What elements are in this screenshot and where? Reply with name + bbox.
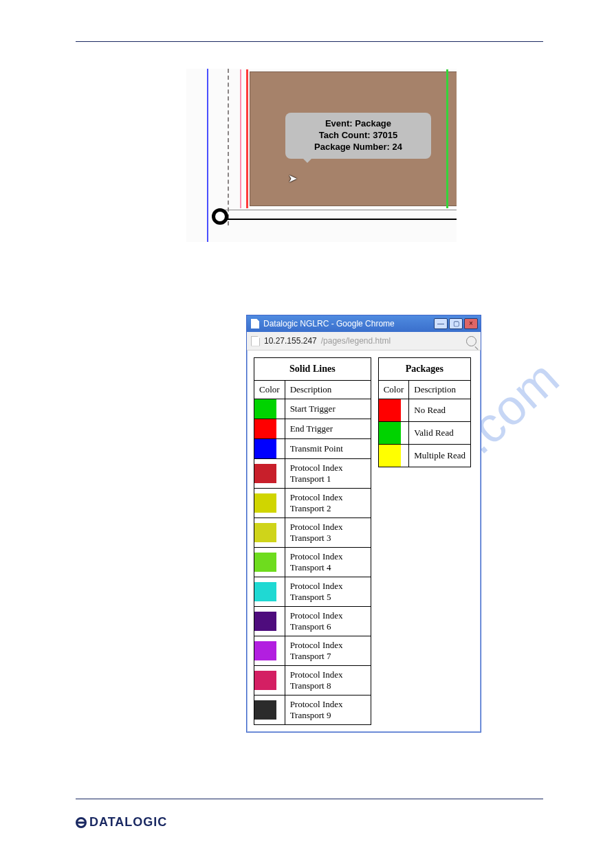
color-swatch-cell (254, 636, 285, 666)
table-row: Protocol Index Transport 5 (254, 577, 371, 607)
table-row: No Read (378, 399, 470, 422)
url-path: /pages/legend.html (321, 336, 391, 346)
color-swatch-cell (254, 695, 285, 725)
color-swatch-cell (254, 459, 285, 489)
color-swatch-cell (254, 666, 285, 695)
package-end-edge (446, 69, 448, 208)
search-icon[interactable] (466, 336, 476, 346)
color-swatch-cell (254, 577, 285, 607)
maximize-button[interactable]: ▢ (449, 318, 463, 329)
table-row: Valid Read (378, 422, 470, 445)
table-row: Protocol Index Transport 2 (254, 489, 371, 518)
description-cell: Protocol Index Transport 8 (285, 666, 371, 695)
legend-content: Solid Lines Color Description Start Trig… (247, 350, 481, 732)
brand-logo-icon (76, 817, 87, 828)
table-row: Protocol Index Transport 8 (254, 666, 371, 695)
minimize-button[interactable]: — (434, 318, 448, 329)
description-cell: End Trigger (285, 419, 371, 439)
description-cell: Protocol Index Transport 4 (285, 548, 371, 577)
description-cell: Start Trigger (285, 399, 371, 419)
description-cell: Protocol Index Transport 3 (285, 518, 371, 548)
description-cell: Protocol Index Transport 1 (285, 459, 371, 489)
tooltip-line-event: Event: Package (292, 118, 424, 130)
color-swatch (254, 641, 276, 660)
color-swatch-cell (254, 439, 285, 459)
color-swatch (254, 612, 276, 631)
table-row: Protocol Index Transport 9 (254, 695, 371, 725)
color-swatch (254, 671, 276, 690)
url-host: 10.27.155.247 (264, 336, 317, 346)
package-tooltip-figure: Event: Package Tach Count: 37015 Package… (186, 69, 457, 242)
close-button[interactable]: × (464, 318, 478, 329)
description-cell: Transmit Point (285, 439, 371, 459)
color-swatch (379, 399, 401, 421)
conveyor-guide-line (219, 210, 457, 210)
description-cell: No Read (409, 399, 471, 422)
description-cell: Protocol Index Transport 6 (285, 607, 371, 636)
package-start-edge (246, 69, 248, 208)
color-swatch-cell (254, 419, 285, 439)
description-cell: Valid Read (409, 422, 471, 445)
table-row: End Trigger (254, 419, 371, 439)
sensor-icon (212, 208, 228, 225)
page-icon (251, 319, 259, 329)
table-title: Solid Lines (254, 358, 371, 381)
package-edge-pink (240, 69, 241, 208)
document-page: Event: Package Tach Count: 37015 Package… (0, 0, 614, 868)
table-title: Packages (378, 358, 470, 381)
table-title-row: Solid Lines (254, 358, 371, 381)
table-header-row: Color Description (254, 381, 371, 399)
description-cell: Protocol Index Transport 5 (285, 577, 371, 607)
color-swatch (254, 493, 276, 513)
tooltip-line-pkgnum: Package Number: 24 (292, 142, 424, 153)
table-row: Protocol Index Transport 3 (254, 518, 371, 548)
color-swatch (254, 700, 276, 720)
brand-logo-text: DATALOGIC (89, 815, 167, 830)
table-row: Multiple Read (378, 445, 470, 467)
packages-table: Packages Color Description No ReadValid … (378, 357, 471, 467)
description-cell: Multiple Read (409, 445, 471, 467)
color-swatch-cell (254, 399, 285, 419)
table-row: Protocol Index Transport 4 (254, 548, 371, 577)
color-swatch-cell (254, 607, 285, 636)
color-swatch-cell (378, 445, 409, 467)
description-cell: Protocol Index Transport 2 (285, 489, 371, 518)
package-tooltip: Event: Package Tach Count: 37015 Package… (285, 113, 431, 159)
header-desc: Description (285, 381, 371, 399)
color-swatch (254, 464, 276, 483)
header-desc: Description (409, 381, 471, 399)
table-row: Transmit Point (254, 439, 371, 459)
axis-vertical (207, 69, 208, 242)
tooltip-line-tach: Tach Count: 37015 (292, 130, 424, 142)
chrome-popup-window: Datalogic NGLRC - Google Chrome — ▢ × 10… (246, 315, 481, 733)
color-swatch (379, 445, 401, 467)
page-icon (251, 336, 260, 346)
canvas-area: Event: Package Tach Count: 37015 Package… (186, 69, 457, 242)
color-swatch (254, 523, 276, 542)
window-title: Datalogic NGLRC - Google Chrome (263, 319, 430, 329)
table-row: Protocol Index Transport 6 (254, 607, 371, 636)
color-swatch (254, 439, 276, 458)
address-bar[interactable]: 10.27.155.247/pages/legend.html (247, 332, 481, 350)
color-swatch (254, 582, 276, 601)
table-title-row: Packages (378, 358, 470, 381)
header-color: Color (254, 381, 285, 399)
table-row: Protocol Index Transport 7 (254, 636, 371, 666)
color-swatch-cell (254, 489, 285, 518)
color-swatch (254, 553, 276, 572)
header-rule (76, 41, 543, 42)
header-color: Color (378, 381, 409, 399)
mouse-cursor-icon: ➤ (288, 172, 297, 185)
color-swatch (254, 399, 276, 419)
conveyor-baseline (219, 219, 457, 220)
description-cell: Protocol Index Transport 7 (285, 636, 371, 666)
brand-logo: DATALOGIC (76, 815, 167, 830)
window-titlebar[interactable]: Datalogic NGLRC - Google Chrome — ▢ × (247, 315, 481, 332)
table-row: Start Trigger (254, 399, 371, 419)
solid-lines-table: Solid Lines Color Description Start Trig… (254, 357, 371, 725)
color-swatch-cell (378, 399, 409, 422)
color-swatch-cell (254, 548, 285, 577)
description-cell: Protocol Index Transport 9 (285, 695, 371, 725)
color-swatch (379, 422, 401, 444)
footer-rule (76, 799, 543, 799)
